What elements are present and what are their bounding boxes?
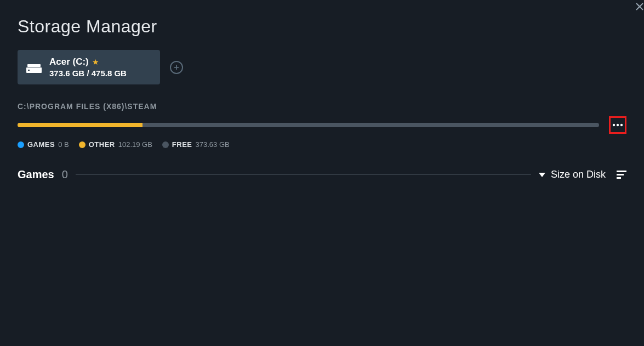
install-path: C:\PROGRAM FILES (X86)\STEAM bbox=[18, 102, 626, 111]
dot-icon bbox=[79, 141, 86, 148]
close-button[interactable] bbox=[635, 1, 644, 12]
drive-card[interactable]: Acer (C:) ★ 373.6 GB / 475.8 GB bbox=[18, 50, 160, 84]
drive-info: Acer (C:) ★ 373.6 GB / 475.8 GB bbox=[49, 56, 127, 78]
svg-point-4 bbox=[617, 124, 619, 126]
games-heading: Games bbox=[18, 168, 54, 181]
drive-size: 373.6 GB / 475.8 GB bbox=[49, 69, 127, 78]
svg-point-5 bbox=[620, 124, 623, 126]
ellipsis-icon bbox=[612, 123, 623, 127]
games-header: Games 0 Size on Disk bbox=[18, 168, 626, 181]
usage-legend: GAMES 0 B OTHER 102.19 GB FREE 373.63 GB bbox=[18, 140, 626, 149]
drive-icon bbox=[26, 62, 42, 73]
star-icon: ★ bbox=[92, 58, 99, 66]
usage-bar-other bbox=[18, 123, 143, 127]
caret-down-icon bbox=[539, 173, 545, 177]
dot-icon bbox=[18, 141, 24, 148]
legend-other: OTHER 102.19 GB bbox=[79, 140, 152, 149]
svg-rect-1 bbox=[27, 64, 41, 67]
svg-point-3 bbox=[613, 124, 615, 126]
legend-games: GAMES 0 B bbox=[18, 140, 69, 149]
drive-row: Acer (C:) ★ 373.6 GB / 475.8 GB + bbox=[18, 50, 626, 84]
divider bbox=[76, 174, 531, 175]
dot-icon bbox=[162, 141, 169, 148]
drive-name: Acer (C:) bbox=[49, 56, 89, 67]
games-count: 0 bbox=[62, 168, 68, 181]
sort-label: Size on Disk bbox=[551, 169, 606, 180]
usage-bar-row bbox=[18, 116, 626, 134]
sort-direction-button[interactable] bbox=[617, 171, 626, 179]
usage-bar bbox=[18, 123, 599, 127]
storage-manager-panel: Storage Manager Acer (C:) ★ 373.6 GB / 4… bbox=[0, 0, 644, 181]
more-options-button[interactable] bbox=[609, 116, 626, 134]
page-title: Storage Manager bbox=[18, 16, 626, 37]
sort-dropdown[interactable]: Size on Disk bbox=[539, 169, 606, 180]
svg-rect-2 bbox=[28, 70, 30, 71]
add-drive-button[interactable]: + bbox=[170, 61, 183, 74]
legend-free: FREE 373.63 GB bbox=[162, 140, 230, 149]
